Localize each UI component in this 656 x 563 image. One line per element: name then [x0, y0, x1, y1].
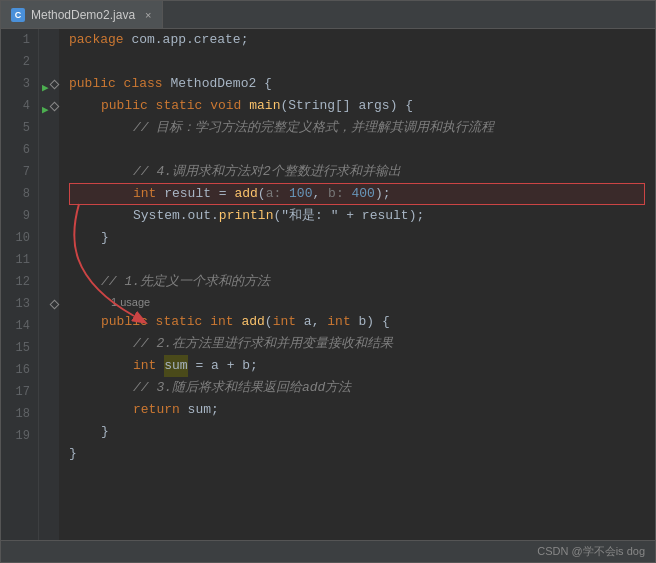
run-arrow-3: ▶ — [42, 77, 49, 99]
code-line-1: package com.app.create; — [69, 29, 645, 51]
code-line-9: System.out.println("和是: " + result); — [69, 205, 645, 227]
code-line-4: public static void main(String[] args) { — [69, 95, 645, 117]
gutter: ▶ ▶ — [39, 29, 59, 540]
line-numbers: 1 2 3 4 5 6 7 8 9 10 11 12 13 14 15 16 1… — [1, 29, 39, 540]
editor-window: C MethodDemo2.java × 1 2 3 4 5 6 7 8 9 1… — [0, 0, 656, 563]
file-tab[interactable]: C MethodDemo2.java × — [1, 1, 163, 28]
code-line-7: // 4.调用求和方法对2个整数进行求和并输出 — [69, 161, 645, 183]
editor-body: 1 2 3 4 5 6 7 8 9 10 11 12 13 14 15 16 1… — [1, 29, 655, 540]
code-line-2 — [69, 51, 645, 73]
tab-bar: C MethodDemo2.java × — [1, 1, 655, 29]
tab-label: MethodDemo2.java — [31, 8, 135, 22]
bottom-bar: CSDN @学不会is dog — [1, 540, 655, 562]
code-line-8: int result = add(a: 100, b: 400); — [69, 183, 645, 205]
code-area[interactable]: package com.app.create; public class Met… — [59, 29, 655, 540]
editor-content-wrapper: package com.app.create; public class Met… — [59, 29, 655, 540]
code-line-12: // 1.先定义一个求和的方法 — [69, 271, 645, 293]
code-line-18: } — [69, 421, 645, 443]
code-line-3: public class MethodDemo2 { — [69, 73, 645, 95]
code-line-10: } — [69, 227, 645, 249]
watermark: CSDN @学不会is dog — [537, 544, 645, 559]
usage-hint: 1 usage — [69, 293, 645, 311]
code-line-17: return sum; — [69, 399, 645, 421]
code-line-16: // 3.随后将求和结果返回给add方法 — [69, 377, 645, 399]
diamond-4 — [50, 102, 60, 112]
diamond-13 — [50, 300, 60, 310]
code-line-6 — [69, 139, 645, 161]
run-arrow-4: ▶ — [42, 99, 49, 121]
file-tab-icon: C — [11, 8, 25, 22]
code-line-5: // 目标：学习方法的完整定义格式，并理解其调用和执行流程 — [69, 117, 645, 139]
code-line-14: // 2.在方法里进行求和并用变量接收和结果 — [69, 333, 645, 355]
code-line-13: public static int add(int a, int b) { — [69, 311, 645, 333]
tab-close-button[interactable]: × — [145, 9, 151, 21]
code-line-15: int sum = a + b; — [69, 355, 645, 377]
diamond-3 — [50, 80, 60, 90]
code-line-11 — [69, 249, 645, 271]
code-line-19: } — [69, 443, 645, 465]
